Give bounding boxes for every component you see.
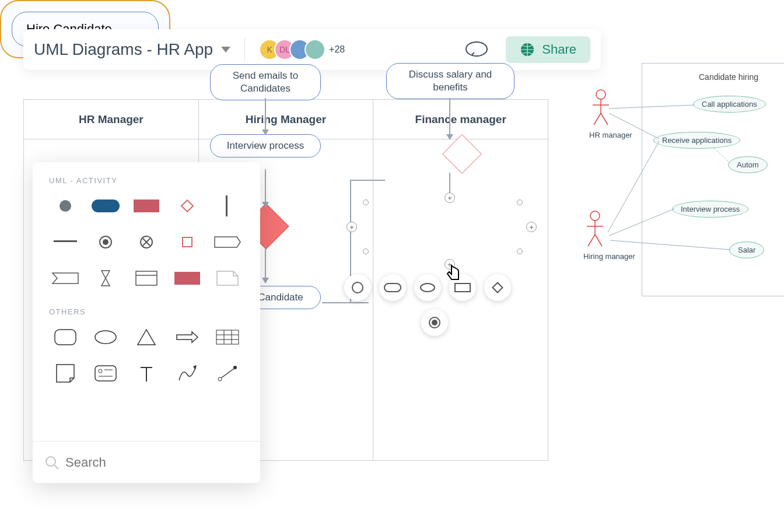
svg-rect-10 xyxy=(92,200,120,212)
search-icon xyxy=(44,455,60,470)
svg-point-16 xyxy=(103,239,108,245)
arrowhead-icon xyxy=(262,202,269,208)
divider xyxy=(244,38,245,61)
comment-icon[interactable] xyxy=(465,41,488,58)
svg-point-4 xyxy=(421,284,435,292)
shapes-panel: UML - ACTIVITY OTHERS xyxy=(33,162,260,483)
svg-point-2 xyxy=(352,282,363,293)
avatar[interactable] xyxy=(304,39,326,60)
document-title[interactable]: UML Diagrams - HR App xyxy=(34,40,213,59)
svg-point-9 xyxy=(60,200,71,212)
shape-initial-node[interactable] xyxy=(47,193,84,219)
quick-shape-circle[interactable] xyxy=(344,274,371,301)
shape-rect-filled[interactable] xyxy=(128,193,165,219)
svg-line-52 xyxy=(610,240,730,250)
uml-shapes-grid xyxy=(33,193,260,291)
connector[interactable] xyxy=(265,245,266,282)
collaborators[interactable]: K DL +28 xyxy=(259,39,345,60)
shape-note[interactable] xyxy=(209,265,246,291)
lane-header: Hiring Manager xyxy=(199,100,373,139)
section-title-others: OTHERS xyxy=(33,307,260,316)
svg-rect-24 xyxy=(216,330,239,344)
svg-point-0 xyxy=(466,42,487,56)
shape-freehand[interactable] xyxy=(169,360,206,386)
svg-point-30 xyxy=(99,369,102,373)
shape-rounded-rect[interactable] xyxy=(47,324,84,350)
shape-flow-final[interactable] xyxy=(128,229,165,255)
shape-signal-receive[interactable] xyxy=(47,265,84,291)
svg-line-35 xyxy=(221,369,234,378)
usecase-connectors xyxy=(572,63,770,320)
shape-final-node[interactable] xyxy=(88,229,125,255)
svg-rect-18 xyxy=(183,237,192,247)
svg-rect-22 xyxy=(55,330,76,345)
share-label: Share xyxy=(542,42,576,57)
shape-object-node[interactable] xyxy=(169,229,206,255)
add-connector-right[interactable]: + xyxy=(526,222,537,232)
svg-rect-12 xyxy=(181,200,193,212)
shape-ellipse[interactable] xyxy=(88,324,125,350)
svg-rect-11 xyxy=(134,200,159,212)
shape-vertical-bar[interactable] xyxy=(209,193,246,219)
connector[interactable] xyxy=(265,98,266,134)
shape-table[interactable] xyxy=(209,324,246,350)
shape-horizontal-bar[interactable] xyxy=(47,229,84,255)
connector[interactable] xyxy=(350,180,385,181)
quick-shape-rounded[interactable] xyxy=(379,274,406,301)
section-title-uml: UML - ACTIVITY xyxy=(33,176,260,185)
shape-connector-line[interactable] xyxy=(209,360,246,386)
avatar-more-count[interactable]: +28 xyxy=(329,44,345,55)
quick-shape-target[interactable] xyxy=(421,309,448,336)
shape-action-filled[interactable] xyxy=(88,193,125,219)
selection-handle[interactable] xyxy=(517,200,523,205)
shape-rect-filled-2[interactable] xyxy=(169,265,206,291)
arrowhead-icon xyxy=(262,278,269,284)
add-connector-left[interactable]: + xyxy=(346,222,357,232)
document-dropdown-caret[interactable] xyxy=(221,47,230,52)
svg-point-8 xyxy=(432,320,438,326)
lane-header: HR Manager xyxy=(24,100,198,139)
svg-rect-3 xyxy=(384,284,401,292)
top-toolbar: UML Diagrams - HR App K DL +28 Share xyxy=(23,29,601,70)
selection-handle[interactable] xyxy=(363,200,369,205)
connector[interactable] xyxy=(449,98,450,139)
selection-handle[interactable] xyxy=(363,249,369,254)
shape-arrow[interactable] xyxy=(169,324,206,350)
svg-rect-29 xyxy=(95,366,116,381)
svg-point-36 xyxy=(46,457,55,466)
arrowhead-icon xyxy=(446,134,453,140)
shape-signal-send[interactable] xyxy=(209,229,246,255)
shape-hourglass[interactable] xyxy=(88,265,125,291)
svg-line-37 xyxy=(54,465,58,469)
quick-shape-diamond[interactable] xyxy=(484,274,511,301)
svg-rect-13 xyxy=(226,195,228,216)
shape-decision-outline[interactable] xyxy=(169,193,206,219)
activity-discuss-salary[interactable]: Discuss salary and benefits xyxy=(386,63,514,99)
connector[interactable] xyxy=(322,302,369,303)
shape-partition[interactable] xyxy=(128,265,165,291)
shapes-search-input[interactable] xyxy=(65,455,249,470)
svg-point-23 xyxy=(95,331,116,344)
activity-send-emails[interactable]: Send emails to Candidates xyxy=(210,64,321,100)
svg-line-48 xyxy=(609,105,694,108)
others-shapes-grid xyxy=(33,324,260,386)
usecase-diagram[interactable]: Candidate hiring HR manager Hiring manag… xyxy=(572,63,770,320)
svg-rect-21 xyxy=(174,272,200,285)
globe-icon xyxy=(520,42,535,57)
cursor-pointer-icon xyxy=(442,260,467,285)
quick-shape-ellipse[interactable] xyxy=(414,274,441,301)
share-button[interactable]: Share xyxy=(506,36,590,63)
shape-triangle[interactable] xyxy=(128,324,165,350)
selection-handle[interactable] xyxy=(517,249,523,254)
shape-text[interactable] xyxy=(128,360,165,386)
shape-card[interactable] xyxy=(88,360,125,386)
connector[interactable] xyxy=(265,169,266,206)
svg-rect-19 xyxy=(136,271,157,285)
add-connector-top[interactable]: + xyxy=(444,192,455,203)
lane-header: Finance manager xyxy=(373,100,548,139)
arrowhead-icon xyxy=(262,130,269,135)
shape-sticky-note[interactable] xyxy=(47,360,84,386)
activity-interview[interactable]: Interview process xyxy=(210,134,321,158)
shapes-search-row xyxy=(33,441,260,483)
svg-line-53 xyxy=(714,148,730,163)
